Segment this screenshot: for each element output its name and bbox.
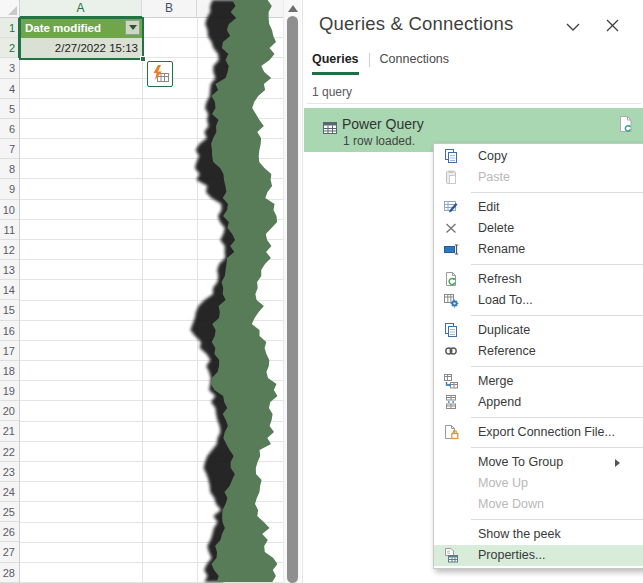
- refresh-icon: [443, 271, 459, 287]
- row-header-20[interactable]: 20: [0, 401, 19, 421]
- row-header-26[interactable]: 26: [0, 522, 19, 542]
- gridline-col-b: [197, 18, 198, 583]
- excel-window: A B 123456789101112131415161718192021222…: [0, 0, 643, 583]
- menu-item-move-up[interactable]: Move Up: [434, 473, 643, 494]
- menu-separator: [471, 264, 643, 265]
- row-header-6[interactable]: 6: [0, 119, 19, 139]
- scroll-up-arrow-icon[interactable]: [288, 5, 298, 12]
- row-header-24[interactable]: 24: [0, 482, 19, 502]
- menu-item-move-down[interactable]: Move Down: [434, 494, 643, 515]
- vertical-scrollbar[interactable]: [283, 0, 301, 583]
- row-header-8[interactable]: 8: [0, 159, 19, 179]
- merge-tables-icon: [443, 373, 459, 389]
- filter-arrow-icon: [129, 25, 137, 30]
- duplicate-icon: [443, 322, 459, 338]
- paste-icon: [443, 169, 459, 185]
- menu-item-merge[interactable]: Merge: [434, 371, 643, 392]
- menu-item-properties[interactable]: Properties...: [434, 545, 643, 566]
- row-header-10[interactable]: 10: [0, 200, 19, 220]
- query-name: Power Query: [342, 116, 424, 132]
- document-refresh-icon[interactable]: [618, 115, 634, 137]
- select-all-triangle-icon: [8, 6, 17, 15]
- menu-item-load-to[interactable]: Load To...: [434, 290, 643, 311]
- row-header-25[interactable]: 25: [0, 502, 19, 522]
- reference-link-icon: [443, 343, 459, 359]
- row-header-16[interactable]: 16: [0, 321, 19, 341]
- menu-item-export-connection-file[interactable]: Export Connection File...: [434, 422, 643, 443]
- menu-item-label: Move Up: [478, 476, 528, 490]
- row-header-7[interactable]: 7: [0, 139, 19, 159]
- menu-item-label: Load To...: [478, 293, 533, 307]
- row-header-2[interactable]: 2: [0, 38, 19, 58]
- properties-icon: [443, 547, 459, 563]
- row-header-28[interactable]: 28: [0, 563, 19, 583]
- tab-connections[interactable]: Connections: [380, 52, 450, 72]
- menu-separator: [471, 315, 643, 316]
- table-value-cell[interactable]: 2/27/2022 15:13: [21, 38, 142, 58]
- menu-separator: [471, 192, 643, 193]
- menu-item-rename[interactable]: Rename: [434, 239, 643, 260]
- row-header-5[interactable]: 5: [0, 99, 19, 119]
- menu-item-delete[interactable]: Delete: [434, 218, 643, 239]
- menu-item-label: Move To Group: [478, 455, 563, 469]
- query-status: 1 row loaded.: [343, 134, 415, 148]
- export-lock-icon: [443, 424, 459, 440]
- append-tables-icon: [443, 394, 459, 410]
- quick-analysis-icon: [149, 63, 171, 85]
- menu-item-label: Merge: [478, 374, 513, 388]
- query-table-icon: [322, 120, 338, 140]
- row-header-17[interactable]: 17: [0, 341, 19, 361]
- row-header-21[interactable]: 21: [0, 421, 19, 441]
- row-header-14[interactable]: 14: [0, 280, 19, 300]
- row-header-9[interactable]: 9: [0, 179, 19, 199]
- menu-separator: [471, 417, 643, 418]
- menu-item-append[interactable]: Append: [434, 392, 643, 413]
- select-all-button[interactable]: [0, 0, 20, 18]
- chevron-down-icon[interactable]: [565, 20, 583, 36]
- pane-separator: [307, 103, 641, 104]
- close-icon[interactable]: [605, 18, 623, 36]
- row-header-13[interactable]: 13: [0, 260, 19, 280]
- row-header-11[interactable]: 11: [0, 220, 19, 240]
- row-header-23[interactable]: 23: [0, 462, 19, 482]
- row-header-27[interactable]: 27: [0, 542, 19, 562]
- row-header-4[interactable]: 4: [0, 79, 19, 99]
- table-header-cell[interactable]: Date modified: [21, 18, 142, 38]
- menu-item-edit[interactable]: Edit: [434, 197, 643, 218]
- column-header-b[interactable]: B: [142, 0, 197, 18]
- row-header-15[interactable]: 15: [0, 300, 19, 320]
- menu-item-label: Rename: [478, 242, 525, 256]
- row-header-18[interactable]: 18: [0, 361, 19, 381]
- menu-item-label: Export Connection File...: [478, 425, 615, 439]
- submenu-arrow-icon: [615, 459, 620, 467]
- tab-queries[interactable]: Queries: [312, 52, 359, 75]
- menu-item-duplicate[interactable]: Duplicate: [434, 320, 643, 341]
- query-count: 1 query: [312, 85, 352, 99]
- menu-item-label: Reference: [478, 344, 536, 358]
- table-header-label: Date modified: [25, 22, 101, 34]
- menu-item-label: Duplicate: [478, 323, 530, 337]
- menu-item-move-to-group[interactable]: Move To Group: [434, 452, 643, 473]
- menu-item-paste[interactable]: Paste: [434, 167, 643, 188]
- row-header-3[interactable]: 3: [0, 58, 19, 78]
- row-header-22[interactable]: 22: [0, 442, 19, 462]
- selected-row-indicator: [18, 18, 20, 58]
- pane-title: Queries & Connections: [319, 13, 513, 35]
- gridline-col-a: [142, 18, 143, 583]
- grid-cells[interactable]: [20, 18, 283, 583]
- menu-item-refresh[interactable]: Refresh: [434, 269, 643, 290]
- menu-item-reference[interactable]: Reference: [434, 341, 643, 362]
- scrollbar-thumb[interactable]: [287, 16, 298, 583]
- menu-item-show-the-peek[interactable]: Show the peek: [434, 524, 643, 545]
- menu-item-copy[interactable]: Copy: [434, 146, 643, 167]
- filter-dropdown-button[interactable]: [125, 20, 140, 35]
- load-to-gear-icon: [443, 292, 459, 308]
- menu-item-label: Move Down: [478, 497, 544, 511]
- row-header-12[interactable]: 12: [0, 240, 19, 260]
- quick-analysis-button[interactable]: [147, 61, 173, 87]
- rename-icon: [443, 241, 459, 257]
- row-header-1[interactable]: 1: [0, 18, 19, 38]
- delete-x-icon: [443, 220, 459, 236]
- row-header-19[interactable]: 19: [0, 381, 19, 401]
- fill-handle[interactable]: [140, 56, 146, 62]
